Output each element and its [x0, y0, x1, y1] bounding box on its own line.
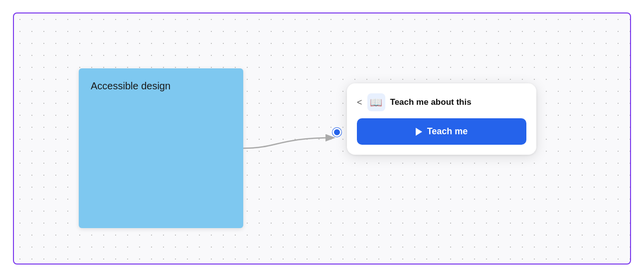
- back-button[interactable]: <: [357, 98, 362, 107]
- teach-me-button[interactable]: Teach me: [357, 118, 526, 145]
- book-icon-wrapper: 📖: [367, 93, 385, 111]
- teach-me-popup: < 📖 Teach me about this Teach me: [347, 83, 536, 155]
- book-icon: 📖: [370, 96, 382, 108]
- teach-me-button-label: Teach me: [427, 126, 468, 137]
- popup-header: < 📖 Teach me about this: [357, 93, 526, 111]
- canvas-area: Accessible design < 📖 Teach me about thi…: [13, 12, 631, 265]
- card-label: Accessible design: [91, 80, 170, 92]
- connector-dot: [332, 128, 341, 137]
- accessible-design-card[interactable]: Accessible design: [79, 68, 243, 228]
- popup-title: Teach me about this: [390, 97, 472, 107]
- play-icon: [416, 128, 422, 136]
